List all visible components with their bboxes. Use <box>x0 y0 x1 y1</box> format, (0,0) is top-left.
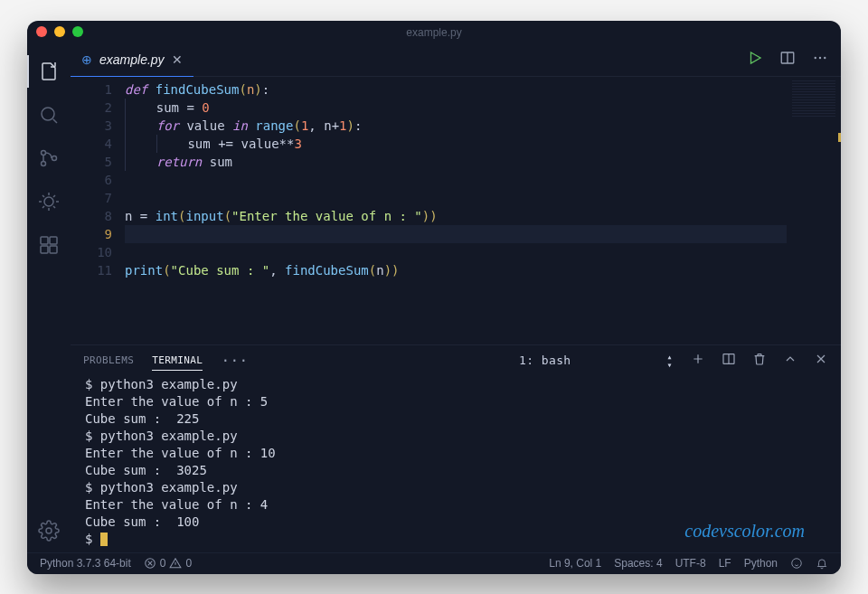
status-cursor-position[interactable]: Ln 9, Col 1 <box>549 557 601 570</box>
svg-point-4 <box>44 197 53 206</box>
status-bar: Python 3.7.3 64-bit 0 0 Ln 9, Col 1 Spac… <box>27 552 841 574</box>
titlebar: example.py <box>27 21 841 44</box>
main-area: ⊕ example.py ✕ 1 <box>27 44 841 552</box>
settings-gear-icon[interactable] <box>27 509 71 552</box>
svg-point-13 <box>824 57 826 59</box>
maximize-window-button[interactable] <box>72 26 83 37</box>
minimap[interactable] <box>787 77 841 344</box>
status-eol[interactable]: LF <box>719 557 731 570</box>
kill-terminal-icon[interactable] <box>752 352 767 369</box>
svg-rect-7 <box>50 246 57 253</box>
tab-example-py[interactable]: ⊕ example.py ✕ <box>71 44 193 77</box>
panel-tab-terminal[interactable]: TERMINAL <box>152 351 203 371</box>
panel-more-icon[interactable]: ··· <box>221 357 248 364</box>
svg-point-3 <box>52 156 57 160</box>
editor-area: ⊕ example.py ✕ 1 <box>71 44 841 552</box>
close-panel-icon[interactable] <box>814 352 828 369</box>
maximize-panel-icon[interactable] <box>783 352 797 369</box>
explorer-icon[interactable] <box>27 50 71 93</box>
debug-icon[interactable] <box>27 180 71 223</box>
svg-point-16 <box>792 559 802 569</box>
code-content[interactable]: def findCubeSum(n): sum = 0 for value in… <box>125 77 787 344</box>
search-icon[interactable] <box>27 93 71 137</box>
tab-label: example.py <box>99 52 165 67</box>
svg-point-9 <box>46 528 52 533</box>
dropdown-chev-icon: ▴▾ <box>667 353 673 369</box>
run-icon[interactable] <box>747 50 763 70</box>
more-actions-icon[interactable] <box>812 50 828 70</box>
watermark: codevscolor.com <box>684 521 805 542</box>
svg-rect-6 <box>41 246 48 253</box>
window-controls <box>36 26 83 37</box>
window-title: example.py <box>406 26 461 39</box>
svg-point-0 <box>42 108 54 120</box>
extensions-icon[interactable] <box>27 223 71 267</box>
svg-point-1 <box>42 150 46 155</box>
activity-bar <box>27 44 71 552</box>
close-window-button[interactable] <box>36 26 47 37</box>
terminal-selector-label: 1: bash <box>519 354 571 367</box>
vscode-window: example.py <box>27 21 841 574</box>
status-problems[interactable]: 0 0 <box>144 557 192 570</box>
python-file-icon: ⊕ <box>81 52 92 67</box>
svg-point-2 <box>42 161 46 165</box>
svg-rect-5 <box>41 237 48 244</box>
split-terminal-icon[interactable] <box>722 352 736 369</box>
status-encoding[interactable]: UTF-8 <box>675 557 706 570</box>
status-notifications-icon[interactable] <box>816 557 828 570</box>
terminal-selector[interactable]: 1: bash ▴▾ <box>519 353 673 369</box>
editor-actions <box>747 44 841 77</box>
svg-rect-8 <box>50 237 57 244</box>
status-feedback-icon[interactable] <box>790 557 803 570</box>
editor-tabs: ⊕ example.py ✕ <box>71 44 841 77</box>
status-language[interactable]: Python <box>744 557 778 570</box>
line-number-gutter: 1234567891011 <box>71 77 125 344</box>
minimize-window-button[interactable] <box>54 26 65 37</box>
panel-header: PROBLEMS TERMINAL ··· 1: bash ▴▾ <box>71 345 841 371</box>
editor-body[interactable]: 1234567891011 def findCubeSum(n): sum = … <box>71 77 841 344</box>
status-python-version[interactable]: Python 3.7.3 64-bit <box>40 557 131 570</box>
source-control-icon[interactable] <box>27 137 71 180</box>
split-editor-icon[interactable] <box>779 50 796 70</box>
status-indentation[interactable]: Spaces: 4 <box>614 557 662 570</box>
svg-point-11 <box>815 57 816 59</box>
svg-point-12 <box>819 57 821 59</box>
close-tab-icon[interactable]: ✕ <box>172 52 183 67</box>
new-terminal-icon[interactable] <box>691 352 705 369</box>
panel-tab-problems[interactable]: PROBLEMS <box>83 351 134 370</box>
